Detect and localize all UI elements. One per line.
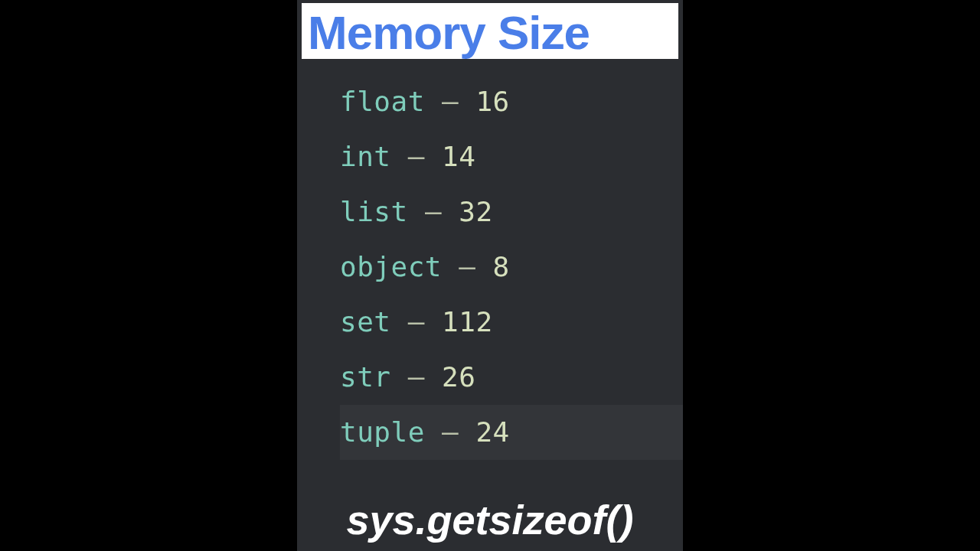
subtitle: sys.getsizeof() bbox=[297, 493, 683, 551]
memory-row: str — 26 bbox=[340, 350, 683, 405]
type-name: list bbox=[340, 196, 408, 227]
separator: — bbox=[442, 251, 493, 282]
size-value: 16 bbox=[475, 86, 509, 117]
separator: — bbox=[391, 306, 443, 337]
memory-row: list — 32 bbox=[340, 184, 683, 240]
type-name: float bbox=[340, 86, 425, 117]
type-name: tuple bbox=[340, 416, 425, 448]
size-value: 32 bbox=[459, 196, 492, 227]
size-value: 24 bbox=[475, 416, 509, 448]
type-name: set bbox=[340, 306, 391, 337]
size-value: 112 bbox=[442, 306, 493, 337]
size-value: 14 bbox=[442, 141, 475, 172]
separator: — bbox=[391, 141, 443, 172]
type-name: int bbox=[340, 141, 391, 172]
type-name: str bbox=[340, 361, 391, 393]
memory-rows: float — 16 int — 14 list — 32 object — 8… bbox=[297, 59, 683, 493]
title-bar: Memory Size bbox=[302, 3, 678, 59]
memory-row: set — 112 bbox=[340, 295, 683, 350]
separator: — bbox=[408, 196, 459, 227]
size-value: 26 bbox=[442, 361, 475, 393]
title: Memory Size bbox=[308, 8, 672, 57]
memory-row: int — 14 bbox=[340, 129, 683, 184]
content-panel: Memory Size float — 16 int — 14 list — 3… bbox=[297, 0, 683, 551]
size-value: 8 bbox=[493, 251, 510, 282]
type-name: object bbox=[340, 251, 442, 282]
memory-row: tuple — 24 bbox=[340, 405, 683, 460]
memory-row: float — 16 bbox=[340, 74, 683, 129]
separator: — bbox=[391, 361, 443, 393]
separator: — bbox=[425, 86, 476, 117]
separator: — bbox=[425, 416, 476, 448]
memory-row: object — 8 bbox=[340, 240, 683, 295]
